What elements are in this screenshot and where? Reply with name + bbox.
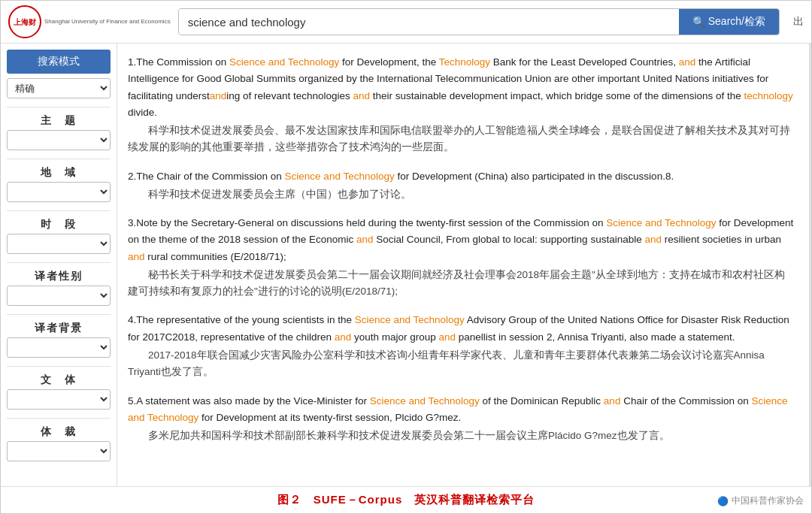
period-section: 时 段 (7, 213, 111, 257)
hl-and-1e: and (353, 90, 370, 101)
search-bar[interactable]: 🔍 Search/检索 (178, 8, 780, 35)
university-logo: 上海财 (8, 5, 41, 38)
hl-science-tech-2a: Science and Technology (285, 171, 395, 182)
translator-gender-section: 译者性别 (7, 265, 111, 309)
watermark-text: 中国科普作家协会 (732, 494, 804, 507)
hl-and-1d: and (210, 90, 227, 101)
top-bar-export: 出 (787, 15, 804, 29)
result-5: 5.A statement was also made by the Vice-… (128, 393, 794, 445)
main-content: 搜索模式 精确 主 题 地 域 时 段 (1, 44, 811, 486)
style-label: 文 体 (7, 369, 111, 389)
results-panel[interactable]: 1.The Commission on Science and Technolo… (117, 44, 811, 486)
divider-3 (7, 210, 111, 211)
translator-bg-label: 译者背景 (7, 317, 111, 337)
precision-section: 精确 (7, 78, 111, 101)
hl-science-tech-5a: Science and Technology (370, 395, 480, 407)
divider-4 (7, 262, 111, 263)
translator-gender-label: 译者性别 (7, 265, 111, 286)
subject-label: 主 题 (7, 110, 111, 130)
region-label: 地 域 (7, 162, 111, 182)
sidebar: 搜索模式 精确 主 题 地 域 时 段 (1, 44, 117, 486)
result-1: 1.The Commission on Science and Technolo… (128, 54, 794, 156)
top-bar: 上海财 Shanghai University of Finance and E… (1, 1, 811, 44)
app-window: 上海财 Shanghai University of Finance and E… (0, 0, 812, 514)
subject-section: 主 题 (7, 110, 111, 153)
watermark: 🔵 中国科普作家协会 (717, 494, 804, 507)
university-name: Shanghai University of Finance and Econo… (44, 18, 171, 26)
region-section: 地 域 (7, 162, 111, 205)
style-section: 文 体 (7, 369, 111, 413)
result-4-zh: 2017-2018年联合国减少灾害风险办公室科学和技术咨询小组青年科学家代表、儿… (128, 347, 794, 381)
hl-science-tech-1a: Science and Technology (229, 56, 339, 68)
divider-7 (7, 418, 111, 419)
translator-bg-select[interactable] (7, 337, 111, 358)
result-2-en: 2.The Chair of the Commission on Science… (128, 168, 794, 185)
precision-select[interactable]: 精确 (7, 78, 111, 98)
style-select[interactable] (7, 389, 111, 410)
result-3-zh: 秘书长关于科学和技术促进发展委员会第二十一届会议期间就经济及社会理事会2018年… (128, 267, 794, 301)
genre-select[interactable] (7, 441, 111, 461)
result-4-en: 4.The representative of the young scient… (128, 312, 794, 346)
watermark-icon: 🔵 (717, 496, 729, 506)
result-4: 4.The representative of the young scient… (128, 312, 794, 380)
hl-and-5b: and (604, 395, 621, 407)
region-select[interactable] (7, 182, 111, 202)
bottom-area: 图２ SUFE－Corpus 英汉科普翻译检索平台 🔵 中国科普作家协会 (1, 486, 811, 513)
subject-select[interactable] (7, 130, 111, 150)
result-5-zh: 多米尼加共和国科学和技术部副部长兼科学和技术促进发展委员会第二十一届会议主席Pl… (128, 428, 794, 444)
hl-and-4c: and (439, 331, 456, 343)
genre-label: 体 裁 (7, 421, 111, 441)
hl-science-tech-4a: Science and Technology (355, 314, 465, 325)
search-mode-button[interactable]: 搜索模式 (7, 50, 111, 74)
divider-1 (7, 107, 111, 107)
hl-and-3c: and (644, 234, 662, 245)
search-icon: 🔍 (692, 16, 705, 28)
hl-and-3d: and (128, 251, 145, 262)
translator-bg-section: 译者背景 (7, 317, 111, 361)
bottom-caption: 图２ SUFE－Corpus 英汉科普翻译检索平台 (1, 486, 811, 513)
result-2: 2.The Chair of the Commission on Science… (128, 168, 794, 204)
result-2-zh: 科学和技术促进发展委员会主席（中国）也参加了讨论。 (128, 186, 794, 203)
search-input[interactable] (179, 10, 679, 35)
hl-and-3b: and (356, 234, 374, 245)
result-5-en: 5.A statement was also made by the Vice-… (128, 393, 794, 427)
result-3-en: 3.Note by the Secretary-General on discu… (128, 215, 794, 265)
period-label: 时 段 (7, 213, 111, 234)
genre-section: 体 裁 (7, 421, 111, 464)
hl-and-4b: and (335, 331, 352, 343)
result-1-en: 1.The Commission on Science and Technolo… (128, 54, 794, 121)
hl-technology-1b: Technology (439, 56, 490, 68)
search-button[interactable]: 🔍 Search/检索 (679, 9, 779, 35)
result-1-zh: 科学和技术促进发展委员会、最不发达国家技库和国际电信联盟举办的人工智能造福人类全… (128, 122, 794, 156)
hl-and-1c: and (679, 56, 696, 68)
translator-gender-select[interactable] (7, 286, 111, 306)
period-select[interactable] (7, 234, 111, 254)
divider-5 (7, 314, 111, 315)
divider-6 (7, 366, 111, 367)
hl-technology-1f: technology (744, 90, 793, 101)
logo-area: 上海财 Shanghai University of Finance and E… (8, 5, 171, 38)
result-3: 3.Note by the Secretary-General on discu… (128, 215, 794, 300)
divider-2 (7, 159, 111, 159)
hl-science-tech-3a: Science and Technology (606, 217, 716, 228)
